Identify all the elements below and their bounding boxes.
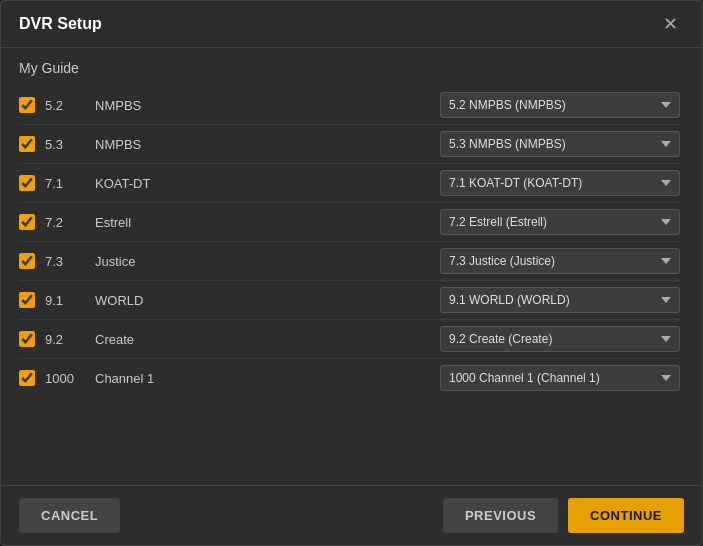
channel-row: 9.1WORLD9.1 WORLD (WORLD) (19, 281, 680, 320)
channel-checkbox-0[interactable] (19, 97, 35, 113)
channel-name: Channel 1 (95, 371, 440, 386)
channel-select-2[interactable]: 7.1 KOAT-DT (KOAT-DT) (440, 170, 680, 196)
cancel-button[interactable]: CANCEL (19, 498, 120, 533)
channel-select-1[interactable]: 5.3 NMPBS (NMPBS) (440, 131, 680, 157)
channel-select-7[interactable]: 1000 Channel 1 (Channel 1) (440, 365, 680, 391)
channel-name: Justice (95, 254, 440, 269)
dialog-title: DVR Setup (19, 15, 102, 33)
channel-row: 5.2NMPBS5.2 NMPBS (NMPBS) (19, 86, 680, 125)
dialog-footer: CANCEL PREVIOUS CONTINUE (1, 485, 702, 545)
channel-checkbox-6[interactable] (19, 331, 35, 347)
continue-button[interactable]: CONTINUE (568, 498, 684, 533)
channel-row: 7.2Estrell7.2 Estrell (Estrell) (19, 203, 680, 242)
channel-row: 7.3Justice7.3 Justice (Justice) (19, 242, 680, 281)
channel-number: 9.2 (45, 332, 95, 347)
channel-number: 1000 (45, 371, 95, 386)
channel-row: 7.1KOAT-DT7.1 KOAT-DT (KOAT-DT) (19, 164, 680, 203)
dialog-header: DVR Setup ✕ (1, 1, 702, 48)
section-title: My Guide (19, 60, 684, 76)
channel-number: 7.1 (45, 176, 95, 191)
channel-name: NMPBS (95, 98, 440, 113)
channel-checkbox-7[interactable] (19, 370, 35, 386)
dvr-setup-dialog: DVR Setup ✕ My Guide 5.2NMPBS5.2 NMPBS (… (0, 0, 703, 546)
dialog-body: My Guide 5.2NMPBS5.2 NMPBS (NMPBS)5.3NMP… (1, 48, 702, 485)
channel-name: Estrell (95, 215, 440, 230)
channel-checkbox-2[interactable] (19, 175, 35, 191)
channel-number: 7.3 (45, 254, 95, 269)
channel-number: 5.3 (45, 137, 95, 152)
channel-checkbox-3[interactable] (19, 214, 35, 230)
channel-select-5[interactable]: 9.1 WORLD (WORLD) (440, 287, 680, 313)
channel-checkbox-4[interactable] (19, 253, 35, 269)
channel-name: Create (95, 332, 440, 347)
footer-right: PREVIOUS CONTINUE (443, 498, 684, 533)
channel-select-4[interactable]: 7.3 Justice (Justice) (440, 248, 680, 274)
channel-row: 1000Channel 11000 Channel 1 (Channel 1) (19, 359, 680, 397)
channel-name: KOAT-DT (95, 176, 440, 191)
channels-list: 5.2NMPBS5.2 NMPBS (NMPBS)5.3NMPBS5.3 NMP… (19, 86, 684, 473)
channel-number: 7.2 (45, 215, 95, 230)
channel-number: 5.2 (45, 98, 95, 113)
channel-checkbox-5[interactable] (19, 292, 35, 308)
channel-name: WORLD (95, 293, 440, 308)
close-button[interactable]: ✕ (657, 13, 684, 35)
channel-select-0[interactable]: 5.2 NMPBS (NMPBS) (440, 92, 680, 118)
channel-checkbox-1[interactable] (19, 136, 35, 152)
channel-row: 5.3NMPBS5.3 NMPBS (NMPBS) (19, 125, 680, 164)
channel-number: 9.1 (45, 293, 95, 308)
channel-select-6[interactable]: 9.2 Create (Create) (440, 326, 680, 352)
channel-row: 9.2Create9.2 Create (Create) (19, 320, 680, 359)
channel-select-3[interactable]: 7.2 Estrell (Estrell) (440, 209, 680, 235)
previous-button[interactable]: PREVIOUS (443, 498, 558, 533)
channel-name: NMPBS (95, 137, 440, 152)
